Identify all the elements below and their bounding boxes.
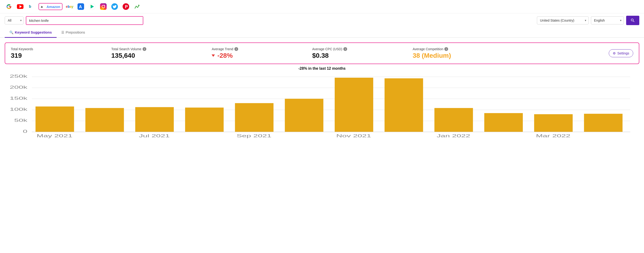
bar-dec2021 [384, 78, 423, 132]
average-competition-value: 38 (Medium) [413, 52, 508, 59]
trend-down-arrow-icon [212, 54, 215, 57]
average-trend-info-icon[interactable]: i [234, 47, 238, 51]
settings-label: Settings [617, 51, 629, 55]
svg-text:200k: 200k [10, 85, 28, 90]
svg-text:Nov 2021: Nov 2021 [336, 134, 371, 138]
average-competition-label: Average Competition i [413, 47, 508, 51]
settings-gear-icon: ⚙ [613, 51, 616, 55]
twitter-nav-icon[interactable] [110, 2, 119, 11]
bar-feb2022 [484, 113, 523, 132]
youtube-nav-icon[interactable] [16, 2, 24, 11]
amazon-label: Amazon [46, 5, 60, 9]
bar-jun2021 [86, 108, 124, 132]
tab-keyword-suggestions[interactable]: 🔍 Keyword Suggestions [5, 27, 56, 38]
stat-total-keywords: Total Keywords 319 [11, 47, 111, 59]
svg-text:b: b [29, 4, 31, 8]
prepositions-tab-icon: ☰ [61, 30, 64, 34]
average-trend-label: Average Trend i [212, 47, 308, 51]
stat-total-search-volume: Total Search Volume i 135,640 [111, 47, 212, 59]
total-keywords-label: Total Keywords [11, 47, 107, 51]
bar-oct2021 [285, 99, 324, 132]
svg-text:Jan 2022: Jan 2022 [436, 134, 470, 138]
stat-average-cpc: Average CPC (USD) i $0.38 [312, 47, 413, 59]
country-select[interactable]: United States (Country) [537, 16, 588, 24]
google-nav-icon[interactable] [5, 2, 13, 11]
playstore-nav-icon[interactable] [88, 2, 96, 11]
average-competition-info-icon[interactable]: i [444, 47, 448, 51]
search-input-wrapper [26, 16, 143, 25]
svg-text:150k: 150k [10, 96, 28, 101]
total-search-volume-value: 135,640 [111, 52, 207, 59]
average-trend-value: -28% [212, 52, 308, 59]
language-select[interactable]: English [591, 16, 624, 24]
bar-jul2021 [135, 107, 174, 132]
svg-text:Jul 2021: Jul 2021 [139, 134, 170, 138]
search-input[interactable] [26, 17, 143, 24]
svg-text:A: A [79, 4, 82, 9]
tab-prepositions[interactable]: ☰ Prepositions [56, 27, 90, 38]
filter-select-wrapper: All [5, 16, 24, 24]
tab-suggestions-label: Keyword Suggestions [15, 30, 52, 34]
search-tab-icon: 🔍 [10, 30, 14, 34]
settings-button[interactable]: ⚙ Settings [609, 49, 633, 57]
svg-point-10 [104, 5, 105, 6]
pinterest-nav-icon[interactable]: P [122, 2, 130, 11]
amazon-nav-icon[interactable]: a Amazon [38, 3, 62, 10]
appstore-nav-icon[interactable]: A [76, 2, 85, 11]
chart-area: 250k 200k 150k 100k 50k 0 [5, 74, 639, 140]
svg-rect-8 [100, 3, 107, 10]
total-search-volume-label: Total Search Volume i [111, 47, 207, 51]
bing-nav-icon[interactable]: b [27, 2, 36, 11]
bar-apr2022 [584, 114, 623, 132]
svg-text:P: P [125, 4, 128, 9]
svg-text:May 2021: May 2021 [37, 134, 72, 138]
bar-mar2022 [534, 114, 572, 132]
instagram-nav-icon[interactable] [99, 2, 108, 11]
chart-title: -28% in the last 12 months [5, 66, 639, 71]
svg-text:Mar 2022: Mar 2022 [536, 134, 570, 138]
stats-panel: Total Keywords 319 Total Search Volume i… [5, 42, 639, 64]
filter-select[interactable]: All [5, 16, 24, 24]
svg-text:Sep 2021: Sep 2021 [236, 134, 272, 138]
svg-text:50k: 50k [14, 118, 28, 123]
search-icon [630, 18, 635, 23]
search-button[interactable] [626, 16, 639, 25]
bar-may2021 [36, 107, 74, 132]
chart-svg: 250k 200k 150k 100k 50k 0 [5, 74, 639, 140]
bar-jan2022 [434, 108, 473, 132]
top-nav: b a Amazon ebay A [0, 0, 644, 13]
bar-aug2021 [185, 107, 224, 132]
average-cpc-info-icon[interactable]: i [343, 47, 347, 51]
bar-nov2021 [335, 78, 373, 132]
stat-average-competition: Average Competition i 38 (Medium) [413, 47, 513, 59]
average-cpc-value: $0.38 [312, 52, 408, 59]
total-search-volume-info-icon[interactable]: i [142, 47, 146, 51]
svg-text:a: a [41, 5, 43, 8]
svg-text:100k: 100k [10, 107, 28, 112]
svg-text:0: 0 [23, 129, 27, 134]
trends-nav-icon[interactable] [133, 2, 142, 11]
average-cpc-label: Average CPC (USD) i [312, 47, 408, 51]
svg-text:250k: 250k [10, 74, 28, 79]
chart-container: -28% in the last 12 months 250k 200k 150… [5, 66, 639, 140]
bar-sep2021 [235, 103, 274, 132]
ebay-nav-icon[interactable]: ebay [65, 2, 74, 11]
country-select-wrapper: United States (Country) [537, 16, 588, 24]
stat-average-trend: Average Trend i -28% [212, 47, 312, 59]
language-select-wrapper: English [591, 16, 624, 24]
total-keywords-value: 319 [11, 52, 107, 59]
tabs: 🔍 Keyword Suggestions ☰ Prepositions [0, 27, 644, 38]
tab-prepositions-label: Prepositions [66, 30, 85, 34]
search-bar: All United States (Country) English [0, 13, 644, 27]
